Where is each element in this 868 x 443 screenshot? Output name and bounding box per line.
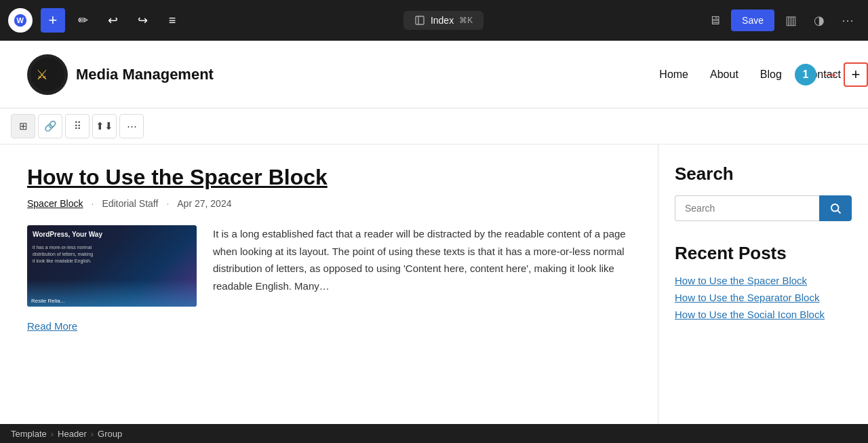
edit-mode-button[interactable]: ✏	[71, 8, 95, 33]
article-meta: Spacer Block · Editorial Staff · Apr 27,…	[27, 198, 631, 209]
add-block-toolbar-button[interactable]: +	[41, 8, 65, 33]
step-badge: 1	[795, 64, 816, 85]
nav-blog[interactable]: Blog	[760, 69, 782, 81]
breadcrumb-bar: Template › Header › Group	[0, 424, 868, 443]
meta-separator2: ·	[166, 198, 169, 209]
list-view-button[interactable]: ≡	[160, 8, 184, 33]
article-author: Editorial Staff	[102, 198, 158, 209]
recent-post-2[interactable]: How to Use the Social Icon Block	[675, 309, 852, 320]
monitor-button[interactable]: 🖥	[703, 8, 727, 33]
search-input[interactable]	[675, 195, 819, 221]
index-pill[interactable]: Index ⌘K	[403, 11, 484, 30]
recent-post-1[interactable]: How to Use the Separator Block	[675, 292, 852, 303]
article-image: WordPress, Your Way it has a more-or-les…	[27, 225, 197, 307]
article-title[interactable]: How to Use the Spacer Block	[27, 165, 631, 190]
more-block-options-button[interactable]: ⋯	[119, 114, 144, 138]
svg-point-6	[831, 204, 839, 212]
add-block-header-button[interactable]: +	[844, 62, 868, 87]
nav-about[interactable]: About	[710, 69, 738, 81]
main-area: ⚔ Media Management Home About Blog Conta…	[0, 41, 868, 443]
add-block-highlight: 1 → +	[795, 62, 868, 87]
site-header: ⚔ Media Management Home About Blog Conta…	[0, 41, 868, 109]
breadcrumb-sep-2: ›	[91, 429, 94, 439]
undo-button[interactable]: ↩	[100, 8, 125, 33]
columns-button[interactable]: ▥	[778, 8, 803, 33]
toolbar-center: Index ⌘K	[190, 11, 697, 30]
breadcrumb-header[interactable]: Header	[58, 429, 87, 439]
grid-button[interactable]: ⠿	[65, 114, 90, 138]
layout-button[interactable]: ⊞	[11, 114, 35, 138]
svg-text:⚔: ⚔	[36, 67, 48, 82]
article-date: Apr 27, 2024	[177, 198, 231, 209]
nav-home[interactable]: Home	[659, 69, 688, 81]
more-options-button[interactable]: ⋯	[835, 8, 860, 33]
svg-rect-2	[416, 16, 424, 24]
article-body: WordPress, Your Way it has a more-or-les…	[27, 225, 631, 307]
img-overlay: Resile Relia...	[31, 298, 64, 304]
index-label: Index	[431, 15, 454, 26]
toolbar-right: 🖥 Save ▥ ◑ ⋯	[703, 8, 860, 33]
article-excerpt: It is a long established fact that a rea…	[213, 225, 631, 294]
contrast-button[interactable]: ◑	[807, 8, 831, 33]
editor-content: How to Use the Spacer Block Spacer Block…	[0, 145, 658, 443]
link-button[interactable]: 🔗	[38, 114, 62, 138]
svg-text:W: W	[17, 16, 24, 24]
save-button[interactable]: Save	[731, 9, 774, 31]
editor-sidebar: Search Recent Posts How to Use the Space…	[658, 145, 868, 443]
read-more-link[interactable]: Read More	[27, 320, 631, 332]
recent-post-0[interactable]: How to Use the Spacer Block	[675, 275, 852, 286]
redo-button[interactable]: ↪	[130, 8, 155, 33]
search-submit-button[interactable]	[819, 195, 852, 221]
breadcrumb-sep-1: ›	[51, 429, 54, 439]
breadcrumb-template[interactable]: Template	[11, 429, 47, 439]
wp-logo: W	[8, 8, 33, 33]
block-toolbar: ⊞ 🔗 ⠿ ⬆⬇ ⋯	[0, 109, 868, 145]
editor-toolbar: W + ✏ ↩ ↪ ≡ Index ⌘K 🖥 Save ▥ ◑ ⋯	[0, 0, 868, 41]
article-category[interactable]: Spacer Block	[27, 198, 83, 209]
site-title: Media Management	[76, 66, 214, 83]
site-logo: ⚔ Media Management	[27, 54, 214, 95]
move-button[interactable]: ⬆⬇	[92, 114, 117, 138]
recent-posts-heading: Recent Posts	[675, 243, 852, 264]
article-text: It is a long established fact that a rea…	[213, 225, 631, 294]
logo-image: ⚔	[27, 54, 68, 95]
arrow-right-icon: →	[821, 64, 840, 85]
breadcrumb-group[interactable]: Group	[98, 429, 122, 439]
index-shortcut: ⌘K	[459, 16, 473, 25]
svg-line-7	[837, 210, 840, 213]
search-row	[675, 195, 852, 221]
search-heading: Search	[675, 163, 852, 185]
meta-separator: ·	[91, 198, 94, 209]
editor-body: How to Use the Spacer Block Spacer Block…	[0, 145, 868, 443]
